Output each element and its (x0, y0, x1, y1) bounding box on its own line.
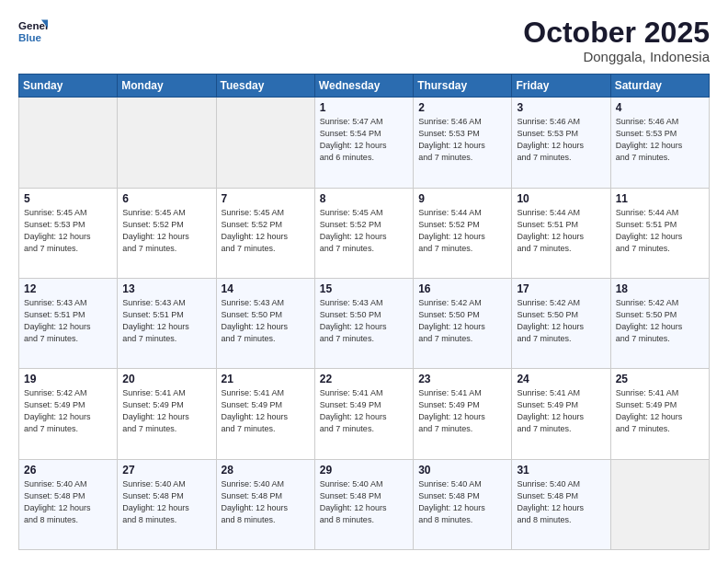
day-number: 28 (222, 464, 310, 477)
day-number: 8 (320, 192, 408, 205)
day-number: 10 (517, 192, 605, 205)
weekday-header-monday: Monday (118, 75, 216, 98)
day-info: Sunrise: 5:41 AM Sunset: 5:49 PM Dayligh… (320, 387, 408, 435)
day-cell: 28Sunrise: 5:40 AM Sunset: 5:48 PM Dayli… (216, 459, 314, 549)
day-number: 27 (122, 464, 210, 477)
day-cell (610, 459, 709, 549)
svg-text:Blue: Blue (18, 32, 42, 43)
day-cell: 12Sunrise: 5:43 AM Sunset: 5:51 PM Dayli… (19, 278, 118, 368)
day-cell: 2Sunrise: 5:46 AM Sunset: 5:53 PM Daylig… (414, 98, 512, 188)
day-cell: 4Sunrise: 5:46 AM Sunset: 5:53 PM Daylig… (610, 98, 709, 188)
day-cell: 24Sunrise: 5:41 AM Sunset: 5:49 PM Dayli… (512, 369, 610, 459)
day-info: Sunrise: 5:46 AM Sunset: 5:53 PM Dayligh… (517, 116, 605, 164)
day-number: 23 (418, 373, 506, 385)
day-number: 18 (616, 282, 704, 295)
week-row-4: 19Sunrise: 5:42 AM Sunset: 5:49 PM Dayli… (19, 369, 710, 459)
day-info: Sunrise: 5:45 AM Sunset: 5:53 PM Dayligh… (24, 207, 112, 255)
week-row-1: 1Sunrise: 5:47 AM Sunset: 5:54 PM Daylig… (19, 98, 710, 188)
day-cell: 25Sunrise: 5:41 AM Sunset: 5:49 PM Dayli… (610, 369, 709, 459)
day-info: Sunrise: 5:41 AM Sunset: 5:49 PM Dayligh… (517, 387, 605, 435)
day-number: 15 (320, 282, 408, 295)
day-cell: 14Sunrise: 5:43 AM Sunset: 5:50 PM Dayli… (216, 278, 314, 368)
day-number: 29 (320, 464, 408, 477)
day-cell (216, 98, 314, 188)
day-number: 26 (24, 464, 112, 477)
month-title: October 2025 (523, 17, 710, 49)
day-info: Sunrise: 5:41 AM Sunset: 5:49 PM Dayligh… (418, 387, 506, 435)
day-info: Sunrise: 5:42 AM Sunset: 5:50 PM Dayligh… (517, 297, 605, 345)
day-number: 13 (122, 282, 210, 295)
day-cell: 26Sunrise: 5:40 AM Sunset: 5:48 PM Dayli… (19, 459, 118, 549)
day-info: Sunrise: 5:44 AM Sunset: 5:51 PM Dayligh… (616, 207, 704, 255)
day-cell: 9Sunrise: 5:44 AM Sunset: 5:52 PM Daylig… (414, 188, 512, 278)
day-cell: 5Sunrise: 5:45 AM Sunset: 5:53 PM Daylig… (19, 188, 118, 278)
week-row-3: 12Sunrise: 5:43 AM Sunset: 5:51 PM Dayli… (19, 278, 710, 368)
day-info: Sunrise: 5:42 AM Sunset: 5:50 PM Dayligh… (418, 297, 506, 345)
day-number: 9 (418, 192, 506, 205)
day-number: 3 (517, 101, 605, 114)
day-cell: 8Sunrise: 5:45 AM Sunset: 5:52 PM Daylig… (314, 188, 413, 278)
day-cell: 27Sunrise: 5:40 AM Sunset: 5:48 PM Dayli… (118, 459, 216, 549)
page: General Blue October 2025 Donggala, Indo… (0, 0, 728, 563)
day-number: 12 (24, 282, 112, 295)
day-info: Sunrise: 5:47 AM Sunset: 5:54 PM Dayligh… (320, 116, 408, 164)
day-number: 24 (517, 373, 605, 385)
day-cell (19, 98, 118, 188)
day-info: Sunrise: 5:45 AM Sunset: 5:52 PM Dayligh… (122, 207, 210, 255)
weekday-header-friday: Friday (512, 75, 610, 98)
day-info: Sunrise: 5:45 AM Sunset: 5:52 PM Dayligh… (222, 207, 310, 255)
weekday-header-saturday: Saturday (610, 75, 709, 98)
weekday-header-row: SundayMondayTuesdayWednesdayThursdayFrid… (19, 75, 710, 98)
day-number: 17 (517, 282, 605, 295)
day-info: Sunrise: 5:43 AM Sunset: 5:51 PM Dayligh… (24, 297, 112, 345)
day-info: Sunrise: 5:46 AM Sunset: 5:53 PM Dayligh… (616, 116, 704, 164)
day-cell: 17Sunrise: 5:42 AM Sunset: 5:50 PM Dayli… (512, 278, 610, 368)
day-number: 30 (418, 464, 506, 477)
day-cell: 31Sunrise: 5:40 AM Sunset: 5:48 PM Dayli… (512, 459, 610, 549)
day-number: 1 (320, 101, 408, 114)
day-info: Sunrise: 5:42 AM Sunset: 5:50 PM Dayligh… (616, 297, 704, 345)
day-info: Sunrise: 5:40 AM Sunset: 5:48 PM Dayligh… (320, 478, 408, 526)
day-number: 4 (616, 101, 704, 114)
day-info: Sunrise: 5:42 AM Sunset: 5:49 PM Dayligh… (24, 387, 112, 435)
day-info: Sunrise: 5:44 AM Sunset: 5:51 PM Dayligh… (517, 207, 605, 255)
day-info: Sunrise: 5:44 AM Sunset: 5:52 PM Dayligh… (418, 207, 506, 255)
day-info: Sunrise: 5:40 AM Sunset: 5:48 PM Dayligh… (517, 478, 605, 526)
location: Donggala, Indonesia (523, 49, 710, 64)
day-info: Sunrise: 5:40 AM Sunset: 5:48 PM Dayligh… (418, 478, 506, 526)
day-info: Sunrise: 5:43 AM Sunset: 5:51 PM Dayligh… (122, 297, 210, 345)
day-cell (118, 98, 216, 188)
day-info: Sunrise: 5:43 AM Sunset: 5:50 PM Dayligh… (222, 297, 310, 345)
calendar: SundayMondayTuesdayWednesdayThursdayFrid… (18, 74, 710, 550)
day-info: Sunrise: 5:46 AM Sunset: 5:53 PM Dayligh… (418, 116, 506, 164)
day-info: Sunrise: 5:40 AM Sunset: 5:48 PM Dayligh… (222, 478, 310, 526)
week-row-5: 26Sunrise: 5:40 AM Sunset: 5:48 PM Dayli… (19, 459, 710, 549)
day-cell: 22Sunrise: 5:41 AM Sunset: 5:49 PM Dayli… (314, 369, 413, 459)
day-cell: 23Sunrise: 5:41 AM Sunset: 5:49 PM Dayli… (414, 369, 512, 459)
day-info: Sunrise: 5:40 AM Sunset: 5:48 PM Dayligh… (24, 478, 112, 526)
day-cell: 13Sunrise: 5:43 AM Sunset: 5:51 PM Dayli… (118, 278, 216, 368)
day-info: Sunrise: 5:41 AM Sunset: 5:49 PM Dayligh… (222, 387, 310, 435)
title-block: October 2025 Donggala, Indonesia (523, 17, 710, 64)
day-cell: 30Sunrise: 5:40 AM Sunset: 5:48 PM Dayli… (414, 459, 512, 549)
day-info: Sunrise: 5:45 AM Sunset: 5:52 PM Dayligh… (320, 207, 408, 255)
day-cell: 16Sunrise: 5:42 AM Sunset: 5:50 PM Dayli… (414, 278, 512, 368)
weekday-header-wednesday: Wednesday (314, 75, 413, 98)
day-cell: 18Sunrise: 5:42 AM Sunset: 5:50 PM Dayli… (610, 278, 709, 368)
day-cell: 10Sunrise: 5:44 AM Sunset: 5:51 PM Dayli… (512, 188, 610, 278)
day-number: 16 (418, 282, 506, 295)
day-cell: 6Sunrise: 5:45 AM Sunset: 5:52 PM Daylig… (118, 188, 216, 278)
day-info: Sunrise: 5:41 AM Sunset: 5:49 PM Dayligh… (122, 387, 210, 435)
header: General Blue October 2025 Donggala, Indo… (18, 17, 710, 64)
day-cell: 7Sunrise: 5:45 AM Sunset: 5:52 PM Daylig… (216, 188, 314, 278)
day-info: Sunrise: 5:41 AM Sunset: 5:49 PM Dayligh… (616, 387, 704, 435)
day-number: 7 (222, 192, 310, 205)
day-info: Sunrise: 5:43 AM Sunset: 5:50 PM Dayligh… (320, 297, 408, 345)
weekday-header-thursday: Thursday (414, 75, 512, 98)
week-row-2: 5Sunrise: 5:45 AM Sunset: 5:53 PM Daylig… (19, 188, 710, 278)
day-cell: 1Sunrise: 5:47 AM Sunset: 5:54 PM Daylig… (314, 98, 413, 188)
day-number: 5 (24, 192, 112, 205)
day-cell: 15Sunrise: 5:43 AM Sunset: 5:50 PM Dayli… (314, 278, 413, 368)
weekday-header-sunday: Sunday (19, 75, 118, 98)
logo-icon: General Blue (18, 17, 48, 46)
